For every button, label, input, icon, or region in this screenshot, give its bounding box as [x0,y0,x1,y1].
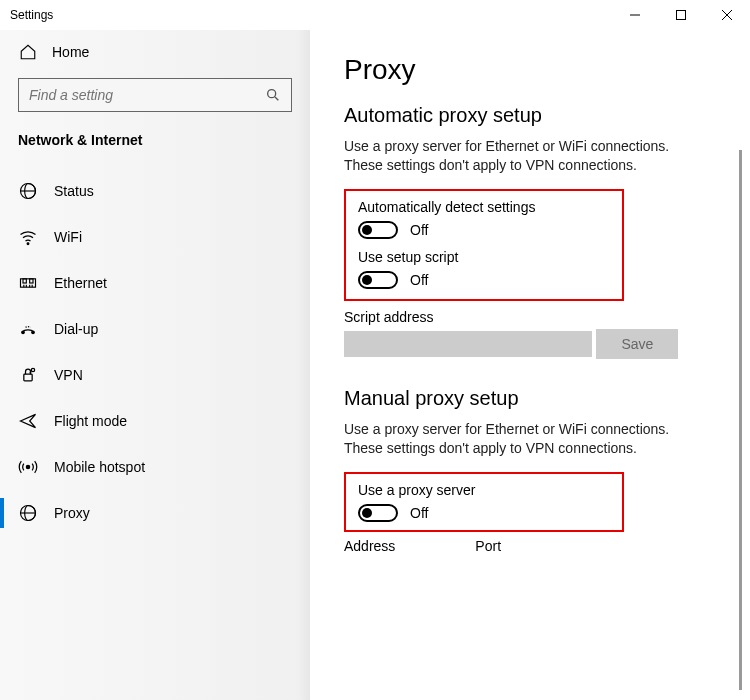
sidebar-item-label: VPN [54,367,83,383]
svg-rect-1 [677,11,686,20]
svg-line-5 [275,97,278,100]
proxy-icon [18,503,38,523]
auto-proxy-highlight: Automatically detect settings Off Use se… [344,189,624,301]
sidebar-home[interactable]: Home [0,30,310,68]
search-icon [265,87,281,103]
svg-rect-10 [23,279,26,283]
svg-point-17 [32,331,35,334]
automatic-proxy-heading: Automatic proxy setup [344,104,720,127]
use-proxy-toggle[interactable] [358,504,398,522]
content-area: Proxy Automatic proxy setup Use a proxy … [310,30,750,700]
titlebar: Settings [0,0,750,30]
home-icon [18,42,38,62]
manual-proxy-highlight: Use a proxy server Off [344,472,624,532]
dialup-icon [18,319,38,339]
auto-detect-state: Off [410,222,428,238]
setup-script-toggle[interactable] [358,271,398,289]
search-input[interactable] [29,87,265,103]
sidebar-item-vpn[interactable]: VPN [0,352,310,398]
vpn-icon [18,365,38,385]
auto-detect-label: Automatically detect settings [358,199,610,215]
sidebar-item-label: WiFi [54,229,82,245]
svg-point-16 [22,331,25,334]
sidebar-item-ethernet[interactable]: Ethernet [0,260,310,306]
scrollbar[interactable] [739,150,742,690]
wifi-icon [18,227,38,247]
status-icon [18,181,38,201]
sidebar-item-dialup[interactable]: Dial-up [0,306,310,352]
manual-proxy-description: Use a proxy server for Ethernet or WiFi … [344,420,684,458]
sidebar-item-proxy[interactable]: Proxy [0,490,310,536]
sidebar-item-label: Proxy [54,505,90,521]
sidebar-item-flight-mode[interactable]: Flight mode [0,398,310,444]
hotspot-icon [18,457,38,477]
use-proxy-label: Use a proxy server [358,482,610,498]
ethernet-icon [18,273,38,293]
svg-rect-11 [30,279,33,283]
setup-script-label: Use setup script [358,249,610,265]
window-title: Settings [10,8,612,22]
search-box[interactable] [18,78,292,112]
setup-script-state: Off [410,272,428,288]
sidebar-category: Network & Internet [0,124,310,168]
svg-point-21 [26,465,29,468]
sidebar-item-wifi[interactable]: WiFi [0,214,310,260]
sidebar-item-status[interactable]: Status [0,168,310,214]
address-label: Address [344,538,395,554]
auto-detect-toggle[interactable] [358,221,398,239]
sidebar-item-label: Dial-up [54,321,98,337]
use-proxy-state: Off [410,505,428,521]
port-label: Port [475,538,501,554]
sidebar-item-label: Flight mode [54,413,127,429]
script-address-input[interactable] [344,331,592,357]
sidebar-item-label: Ethernet [54,275,107,291]
sidebar-item-mobile-hotspot[interactable]: Mobile hotspot [0,444,310,490]
svg-point-19 [31,368,34,371]
manual-proxy-heading: Manual proxy setup [344,387,720,410]
page-title: Proxy [344,54,720,86]
svg-rect-18 [24,374,32,381]
close-button[interactable] [704,0,750,30]
maximize-button[interactable] [658,0,704,30]
sidebar: Home Network & Internet Status WiFi [0,30,310,700]
minimize-button[interactable] [612,0,658,30]
script-address-label: Script address [344,309,720,325]
sidebar-item-label: Mobile hotspot [54,459,145,475]
automatic-proxy-description: Use a proxy server for Ethernet or WiFi … [344,137,684,175]
flight-mode-icon [18,411,38,431]
home-label: Home [52,44,89,60]
sidebar-item-label: Status [54,183,94,199]
svg-point-8 [27,243,29,245]
save-button[interactable]: Save [596,329,678,359]
svg-point-4 [268,90,276,98]
